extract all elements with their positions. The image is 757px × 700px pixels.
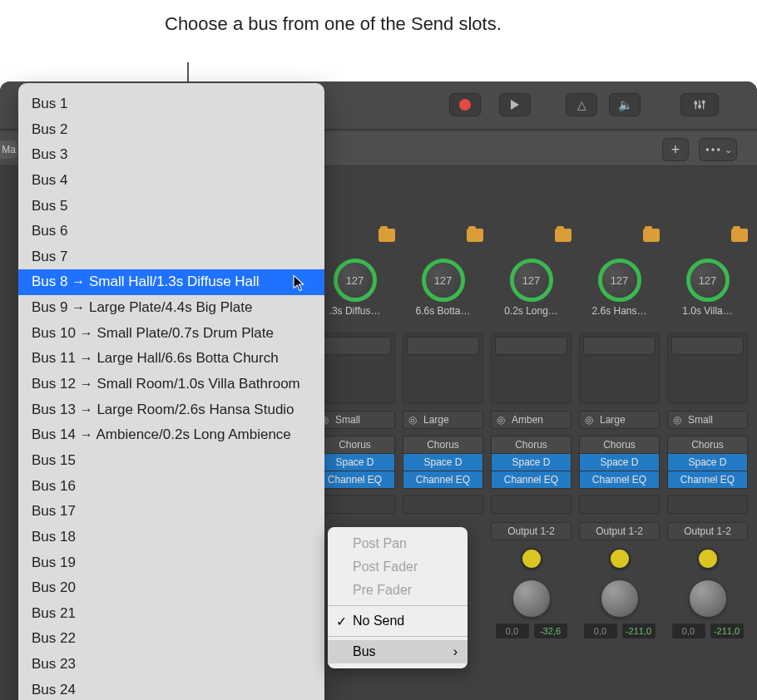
folder-icon[interactable] [378,229,395,242]
output-chip[interactable]: Output 1-2 [491,522,571,540]
svg-point-1 [695,102,697,105]
bus-menu-item[interactable]: Bus 4 [18,168,324,194]
send-bus-chip[interactable]: ◎Small [667,411,748,429]
gain-knob[interactable]: 127 [422,259,465,302]
speaker-button[interactable]: 🔈 [609,93,641,116]
fx-slot[interactable]: Space D [579,453,660,471]
channel-strip: 1272.6s Hans…◎LargeChorusSpace DChannel … [579,226,660,640]
fader-knob[interactable] [601,579,639,618]
bus-menu-item[interactable]: Bus 5 [18,194,324,219]
fx-slot[interactable]: Space D [403,453,483,471]
fader-knob[interactable] [512,579,551,618]
bus-menu-item[interactable]: Bus 12 → Small Room/1.0s Villa Bathroom [18,372,324,397]
bus-menu-item[interactable]: Bus 3 [18,142,324,168]
fx-slot[interactable]: Chorus [314,436,395,454]
bus-select-menu[interactable]: Bus 1Bus 2Bus 3Bus 4Bus 5Bus 6Bus 7Bus 8… [18,83,324,700]
view-chip-left[interactable]: Ma [0,140,17,159]
bus-menu-item[interactable]: Bus 9 → Large Plate/4.4s Big Plate [18,295,324,321]
fader-knob[interactable] [689,579,727,618]
empty-send-slot[interactable] [667,495,748,514]
gain-knob[interactable]: 127 [334,259,377,302]
bus-menu-item[interactable]: Bus 20 [18,575,324,601]
empty-send-slot[interactable] [314,495,395,514]
bus-menu-item[interactable]: Bus 24 [18,678,324,700]
submenu-arrow-icon: › [453,644,458,659]
send-bus-chip[interactable]: ◎Large [403,411,483,429]
fx-slot[interactable]: Space D [491,453,571,471]
pan-knob[interactable] [697,548,719,569]
play-button[interactable] [499,93,531,116]
fx-slot[interactable]: Channel EQ [403,471,483,489]
output-chip[interactable]: Output 1-2 [579,522,660,540]
fx-slot[interactable]: Channel EQ [579,471,660,489]
fx-slot[interactable]: Chorus [579,436,660,454]
peak-value: -32,6 [534,624,567,638]
fx-slot[interactable]: Channel EQ [314,471,395,489]
empty-send-slot[interactable] [579,495,660,514]
send-menu-pre-fader[interactable]: Pre Fader [328,579,468,602]
eq-thumbnail[interactable] [579,333,660,404]
preset-label: 2.6s Hans… [591,305,646,317]
send-menu-bus[interactable]: Bus› [328,640,468,663]
gain-knob[interactable]: 127 [686,259,730,302]
bus-menu-item[interactable]: Bus 22 [18,626,324,652]
folder-icon[interactable] [467,229,483,242]
bus-menu-item[interactable]: Bus 21 [18,601,324,627]
fx-slot[interactable]: Chorus [491,436,571,454]
bus-menu-item[interactable]: Bus 1 [18,91,324,117]
gain-value: 127 [699,274,717,287]
bus-menu-item[interactable]: Bus 11 → Large Hall/6.6s Botta Church [18,346,324,372]
bus-menu-item[interactable]: Bus 16 [18,474,324,500]
bus-menu-item[interactable]: Bus 6 [18,219,324,244]
folder-icon[interactable] [555,229,571,242]
preset-label: 0.2s Long… [504,305,558,317]
fx-slot[interactable]: Channel EQ [491,471,571,489]
add-track-button[interactable]: + [662,138,689,161]
eq-thumbnail[interactable] [491,333,571,404]
bus-menu-item[interactable]: Bus 14 → Ambience/0.2s Long Ambience [18,422,324,448]
send-menu-post-fader[interactable]: Post Fader [328,555,468,579]
gain-knob[interactable]: 127 [510,259,553,302]
eq-thumbnail[interactable] [403,333,483,404]
callout-text: Choose a bus from one of the Send slots. [165,12,502,37]
folder-icon[interactable] [643,229,660,242]
fx-slot[interactable]: Chorus [403,436,483,454]
metronome-button[interactable]: △ [566,93,597,116]
pan-knob[interactable] [609,548,631,569]
record-button[interactable] [449,93,481,116]
bus-menu-item[interactable]: Bus 17 [18,499,324,525]
send-bus-chip[interactable]: ◎Large [579,411,660,429]
bus-menu-item[interactable]: Bus 19 [18,550,324,576]
send-bus-chip[interactable]: ◎Small [314,411,395,429]
bus-menu-item[interactable]: Bus 23 [18,652,324,678]
bus-menu-item[interactable]: Bus 8 → Small Hall/1.3s Diffuse Hall [18,269,324,295]
bus-menu-item[interactable]: Bus 2 [18,117,324,143]
folder-icon[interactable] [731,229,748,242]
channel-strip: 1270.2s Long…◎AmbenChorusSpace DChannel … [491,226,571,640]
pan-knob[interactable] [521,548,542,569]
bus-menu-item[interactable]: Bus 13 → Large Room/2.6s Hansa Studio [18,397,324,423]
gain-knob[interactable]: 127 [598,259,641,302]
empty-send-slot[interactable] [491,495,571,514]
fx-slot[interactable]: Channel EQ [667,471,748,489]
eq-thumbnail[interactable] [314,333,395,404]
mixer-settings-button[interactable] [680,93,719,116]
track-options-button[interactable]: ⌄ [699,138,737,161]
fx-slot[interactable]: Chorus [667,436,748,454]
send-menu-post-pan[interactable]: Post Pan [328,532,468,555]
bus-menu-item[interactable]: Bus 7 [18,244,324,270]
send-menu-no-send[interactable]: ✓No Send [328,609,468,633]
bus-menu-item[interactable]: Bus 18 [18,525,324,550]
fx-slot[interactable]: Space D [314,453,395,471]
sliders-icon [693,98,706,111]
svg-point-3 [699,106,701,108]
gain-value: 127 [611,274,629,287]
output-chip[interactable]: Output 1-2 [667,522,748,540]
empty-send-slot[interactable] [403,495,483,514]
bus-menu-item[interactable]: Bus 15 [18,448,324,474]
send-slot-menu[interactable]: Post Pan Post Fader Pre Fader ✓No Send B… [328,527,468,668]
eq-thumbnail[interactable] [667,333,748,404]
bus-menu-item[interactable]: Bus 10 → Small Plate/0.7s Drum Plate [18,321,324,347]
fx-slot[interactable]: Space D [667,453,748,471]
send-bus-chip[interactable]: ◎Amben [491,411,571,429]
